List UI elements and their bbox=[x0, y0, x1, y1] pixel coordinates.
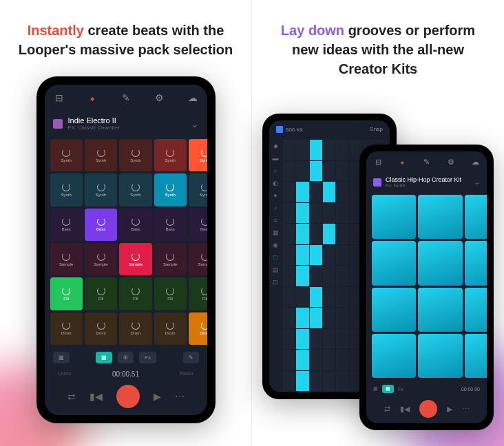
more-icon[interactable]: ⋯ bbox=[462, 405, 470, 414]
record-button[interactable] bbox=[419, 400, 437, 418]
seq-cell[interactable] bbox=[336, 350, 348, 370]
track-icon[interactable]: ◆ bbox=[271, 142, 280, 151]
seq-cell[interactable] bbox=[336, 266, 348, 286]
seq-cell[interactable] bbox=[310, 350, 322, 370]
seq-cell[interactable] bbox=[296, 350, 308, 370]
more-icon[interactable]: ⋯ bbox=[175, 391, 185, 402]
seq-cell[interactable] bbox=[323, 329, 335, 350]
track-icon[interactable]: □ bbox=[271, 254, 280, 262]
creator-pad[interactable] bbox=[372, 334, 416, 378]
pad-fill[interactable]: Fill bbox=[50, 277, 83, 310]
seq-cell[interactable] bbox=[336, 329, 348, 350]
pack-header[interactable]: Indie Electro II FX: Classic Chamber ⌄ bbox=[45, 111, 207, 136]
pad-bass[interactable]: Bass bbox=[85, 209, 117, 241]
seq-cell[interactable] bbox=[310, 371, 322, 392]
layers-icon[interactable]: ▦ bbox=[373, 386, 378, 392]
seq-cell[interactable] bbox=[336, 182, 348, 202]
pad-fill[interactable]: Fill bbox=[85, 277, 117, 310]
seq-cell[interactable] bbox=[283, 203, 295, 224]
seq-cell[interactable] bbox=[296, 140, 308, 160]
seq-cell[interactable] bbox=[323, 287, 335, 308]
seq-cell[interactable] bbox=[283, 224, 295, 244]
pad-synth[interactable]: Synth bbox=[119, 173, 151, 206]
seq-cell[interactable] bbox=[323, 182, 335, 202]
pad-synth[interactable]: Synth bbox=[154, 173, 187, 206]
seq-cell[interactable] bbox=[283, 245, 295, 266]
creator-pad[interactable] bbox=[372, 195, 416, 239]
pad-synth[interactable]: Synth bbox=[50, 139, 83, 171]
pad-drum[interactable]: Drum bbox=[50, 312, 83, 345]
pad-sample[interactable]: Sample bbox=[189, 243, 207, 275]
pad-drum[interactable]: Drum bbox=[119, 312, 151, 345]
edit-icon[interactable]: ✎ bbox=[120, 92, 132, 104]
pad-drum[interactable]: Drum bbox=[189, 312, 207, 345]
creator-pad[interactable] bbox=[418, 334, 462, 378]
seq-cell[interactable] bbox=[283, 371, 295, 392]
seq-cell[interactable] bbox=[336, 161, 348, 182]
seq-cell[interactable] bbox=[283, 329, 295, 350]
seq-cell[interactable] bbox=[336, 140, 348, 160]
seq-cell[interactable] bbox=[323, 224, 335, 244]
seq-cell[interactable] bbox=[323, 308, 335, 328]
seq-cell[interactable] bbox=[283, 161, 295, 182]
seq-cell[interactable] bbox=[296, 266, 308, 286]
pad-drum[interactable]: Drum bbox=[154, 312, 187, 345]
pad-sample[interactable]: Sample bbox=[85, 243, 117, 275]
track-icon[interactable]: ◉ bbox=[271, 242, 280, 250]
seq-cell[interactable] bbox=[336, 308, 348, 328]
seq-cell[interactable] bbox=[310, 161, 322, 182]
seq-cell[interactable] bbox=[283, 140, 295, 160]
track-icon[interactable]: ♪ bbox=[271, 204, 280, 213]
creator-pad[interactable] bbox=[418, 288, 462, 332]
layers-icon[interactable]: ▦ bbox=[53, 352, 70, 363]
seq-cell[interactable] bbox=[310, 287, 322, 308]
collapse-icon[interactable]: ⊟ bbox=[53, 92, 65, 104]
cloud-icon[interactable]: ☁ bbox=[187, 92, 199, 104]
seq-cell[interactable] bbox=[283, 350, 295, 370]
pad-synth[interactable]: Synth bbox=[85, 139, 117, 171]
seq-cell[interactable] bbox=[323, 371, 335, 392]
pad-fill[interactable]: Fill bbox=[189, 277, 207, 310]
seq-cell[interactable] bbox=[296, 161, 308, 182]
pad-synth[interactable]: Synth bbox=[50, 173, 83, 206]
skip-prev-icon[interactable]: ▮◀ bbox=[400, 405, 410, 414]
track-icon[interactable]: ▬ bbox=[271, 155, 280, 163]
view-pads[interactable]: ▦ bbox=[96, 352, 112, 363]
seq-cell[interactable] bbox=[323, 350, 335, 370]
pad-sample[interactable]: Sample bbox=[50, 243, 83, 275]
seq-cell[interactable] bbox=[323, 140, 335, 160]
view-pads[interactable]: ▦ bbox=[382, 385, 394, 393]
skip-prev-icon[interactable]: ▮◀ bbox=[90, 391, 103, 402]
seq-cell[interactable] bbox=[336, 224, 348, 244]
seq-cell[interactable] bbox=[323, 161, 335, 182]
redo-button[interactable]: Redo bbox=[180, 370, 193, 378]
seq-cell[interactable] bbox=[310, 140, 322, 160]
creator-pad[interactable] bbox=[418, 195, 462, 239]
creator-pad[interactable] bbox=[465, 288, 487, 332]
seq-cell[interactable] bbox=[310, 182, 322, 202]
track-icon[interactable]: ◐ bbox=[271, 180, 280, 188]
seq-cell[interactable] bbox=[310, 224, 322, 244]
pad-synth[interactable]: Synth bbox=[85, 173, 117, 206]
seq-cell[interactable] bbox=[296, 371, 308, 392]
track-icon[interactable]: ≡ bbox=[271, 217, 280, 225]
pad-synth[interactable]: Synth bbox=[154, 139, 187, 171]
seq-cell[interactable] bbox=[310, 266, 322, 286]
pad-fill[interactable]: Fill bbox=[119, 277, 151, 310]
seq-cell[interactable] bbox=[323, 245, 335, 266]
edit-button[interactable]: ✎ bbox=[183, 352, 199, 363]
track-icon[interactable]: ▦ bbox=[271, 229, 280, 237]
pad-bass[interactable]: Bass bbox=[189, 209, 207, 241]
settings-icon[interactable]: ⚙ bbox=[445, 156, 457, 168]
pad-synth[interactable]: Synth bbox=[119, 139, 151, 171]
pad-bass[interactable]: Bass bbox=[119, 209, 151, 241]
seq-cell[interactable] bbox=[296, 308, 308, 328]
cloud-icon[interactable]: ☁ bbox=[469, 156, 481, 168]
mixer-icon[interactable]: ⇄ bbox=[67, 391, 76, 402]
pad-sample[interactable]: Sample bbox=[154, 243, 187, 275]
seq-cell[interactable] bbox=[310, 203, 322, 224]
creator-pad[interactable] bbox=[465, 195, 487, 239]
fx-button[interactable]: Fx bbox=[398, 387, 403, 392]
seq-cell[interactable] bbox=[283, 266, 295, 286]
creator-pad[interactable] bbox=[418, 241, 462, 285]
